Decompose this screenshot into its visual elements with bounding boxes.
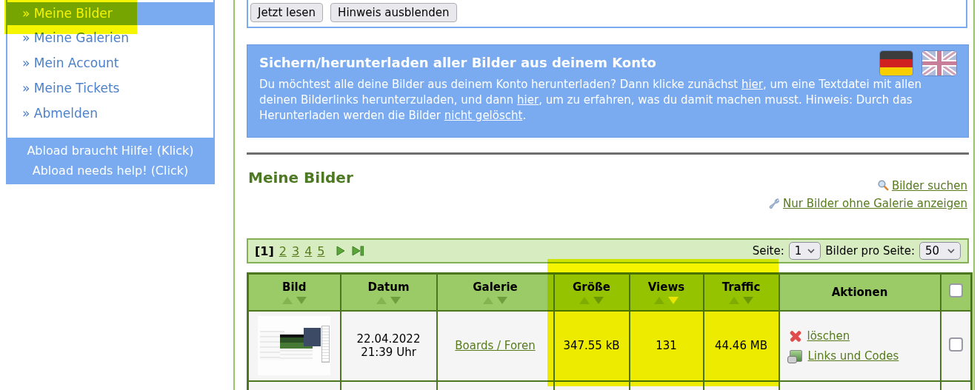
gallery-link[interactable]: Boards / Foren <box>455 339 535 352</box>
pagination-bar: [1] 2 3 4 5 Seite: 1 Bilder pro Seite: 5… <box>247 238 969 263</box>
sort-asc-icon[interactable] <box>376 297 387 304</box>
select-all-checkbox[interactable] <box>949 283 963 297</box>
download-links-link[interactable]: hier <box>741 78 763 91</box>
image-time: 21:39 Uhr <box>341 346 436 359</box>
sort-desc-icon[interactable] <box>296 297 307 304</box>
sort-desc-icon[interactable] <box>743 297 753 304</box>
not-deleted-link[interactable]: nicht gelöscht <box>444 109 523 122</box>
seite-label: Seite: <box>753 244 784 258</box>
jetzt-lesen-button[interactable]: Jetzt lesen <box>250 3 323 22</box>
column-header-bild: Bild <box>248 274 341 311</box>
language-flags <box>880 51 956 75</box>
header-label: Galerie <box>438 280 553 294</box>
cell-views: 131 <box>630 311 704 381</box>
sidebar: » Meine Bilder » Meine Galerien » Mein A… <box>6 0 215 184</box>
header-label: Datum <box>341 280 436 294</box>
column-header-select-all <box>941 274 972 311</box>
table-header-row: Bild Datum Galerie Größe <box>248 274 972 311</box>
per-page-select[interactable]: 50 <box>919 242 961 260</box>
help-banner-line-en[interactable]: Abload needs help! (Click) <box>7 161 213 181</box>
image-date: 22.04.2022 <box>341 332 436 346</box>
column-header-groesse: Größe <box>554 274 630 311</box>
column-header-traffic: Traffic <box>704 274 779 311</box>
sidebar-item-abmelden[interactable]: » Abmelden <box>7 101 213 126</box>
header-label: Größe <box>555 280 629 294</box>
column-header-galerie: Galerie <box>437 274 554 311</box>
cell-datum: 22.04.2022 21:39 Uhr <box>341 311 437 381</box>
row-checkbox[interactable] <box>949 337 963 352</box>
images-table: Bild Datum Galerie Größe <box>247 272 973 390</box>
cell-groesse: 347.55 kB <box>554 311 630 381</box>
sort-asc-icon[interactable] <box>729 297 739 304</box>
info-text: Du möchtest alle deine Bilder aus deinem… <box>259 78 741 91</box>
help-banner-line-de[interactable]: Abload braucht Hilfe! (Klick) <box>7 141 213 161</box>
next-page-icon[interactable] <box>335 245 347 257</box>
table-row-partial <box>248 381 972 390</box>
how-to-link[interactable]: hier <box>517 93 539 107</box>
table-row: 22.04.2022 21:39 Uhr Boards / Foren 347.… <box>248 311 972 381</box>
image-thumbnail[interactable] <box>258 316 330 375</box>
current-page-indicator: [1] <box>255 244 274 258</box>
info-box-body: Du möchtest alle deine Bilder aus deinem… <box>247 77 968 124</box>
sort-asc-icon[interactable] <box>282 297 293 304</box>
hinweis-ausblenden-button[interactable]: Hinweis ausblenden <box>330 3 456 22</box>
horizontal-separator <box>247 152 969 155</box>
sort-desc-icon[interactable] <box>497 297 507 304</box>
chevron-down-icon <box>947 248 955 254</box>
cell-traffic: 44.46 MB <box>704 311 779 381</box>
sort-desc-icon[interactable] <box>390 297 401 304</box>
image-size: 347.55 kB <box>563 339 619 352</box>
loeschen-link[interactable]: löschen <box>807 329 850 343</box>
cell-galerie: Boards / Foren <box>437 311 554 381</box>
sidebar-item-meine-bilder[interactable]: » Meine Bilder <box>7 2 213 25</box>
page-link-5[interactable]: 5 <box>317 244 324 258</box>
cell-aktionen: löschen Links und Codes <box>779 311 941 381</box>
content-frame-right-border <box>973 0 975 390</box>
backup-info-box: Sichern/herunterladen aller Bilder aus d… <box>247 44 969 138</box>
links-und-codes-link[interactable]: Links und Codes <box>808 349 899 363</box>
cell-select <box>941 311 972 381</box>
page-select[interactable]: 1 <box>789 242 821 260</box>
sidebar-item-meine-galerien[interactable]: » Meine Galerien <box>7 25 213 50</box>
sort-desc-icon[interactable] <box>593 297 604 304</box>
sort-asc-icon[interactable] <box>579 297 590 304</box>
content-frame-left-border <box>233 0 235 390</box>
page-link-2[interactable]: 2 <box>279 244 287 258</box>
links-und-codes-icon[interactable] <box>790 350 802 362</box>
nur-bilder-ohne-galerie-link[interactable]: Nur Bilder ohne Galerie anzeigen <box>783 197 967 210</box>
sidebar-item-mein-account[interactable]: » Mein Account <box>7 50 213 75</box>
page-link-4[interactable]: 4 <box>304 244 312 258</box>
per-page-select-value: 50 <box>925 244 939 258</box>
column-header-views: Views <box>630 274 704 311</box>
notice-box-bottom: Jetzt lesen Hinweis ausblenden <box>247 0 967 28</box>
header-label: Aktionen <box>780 286 940 299</box>
search-icon <box>877 179 889 195</box>
sidebar-item-meine-tickets[interactable]: » Meine Tickets <box>7 75 213 101</box>
page-select-value: 1 <box>795 244 802 258</box>
delete-x-icon[interactable] <box>790 330 801 342</box>
image-traffic: 44.46 MB <box>715 339 767 352</box>
page-link-3[interactable]: 3 <box>292 244 299 258</box>
wrench-icon <box>768 197 780 213</box>
column-header-datum: Datum <box>341 274 437 311</box>
uk-flag-icon[interactable] <box>922 51 956 75</box>
column-header-aktionen: Aktionen <box>779 274 941 311</box>
quick-links: Bilder suchen Nur Bilder ohne Galerie an… <box>247 178 967 213</box>
german-flag-icon[interactable] <box>880 51 913 75</box>
header-label: Traffic <box>704 280 779 294</box>
abload-help-banner[interactable]: Abload braucht Hilfe! (Klick) Abload nee… <box>7 138 213 184</box>
image-views: 131 <box>656 339 677 352</box>
header-label: Bild <box>249 280 340 294</box>
last-page-icon[interactable] <box>351 245 365 257</box>
sort-asc-icon[interactable] <box>654 297 664 304</box>
sort-desc-active-icon[interactable] <box>668 297 679 304</box>
header-label: Views <box>630 280 703 294</box>
bilder-suchen-link[interactable]: Bilder suchen <box>892 179 967 192</box>
chevron-down-icon <box>807 248 815 254</box>
bilder-pro-seite-label: Bilder pro Seite: <box>825 244 915 258</box>
sort-asc-icon[interactable] <box>483 297 493 304</box>
cell-bild <box>248 311 341 381</box>
info-text: . <box>522 109 526 122</box>
info-box-title: Sichern/herunterladen aller Bilder aus d… <box>247 45 968 77</box>
